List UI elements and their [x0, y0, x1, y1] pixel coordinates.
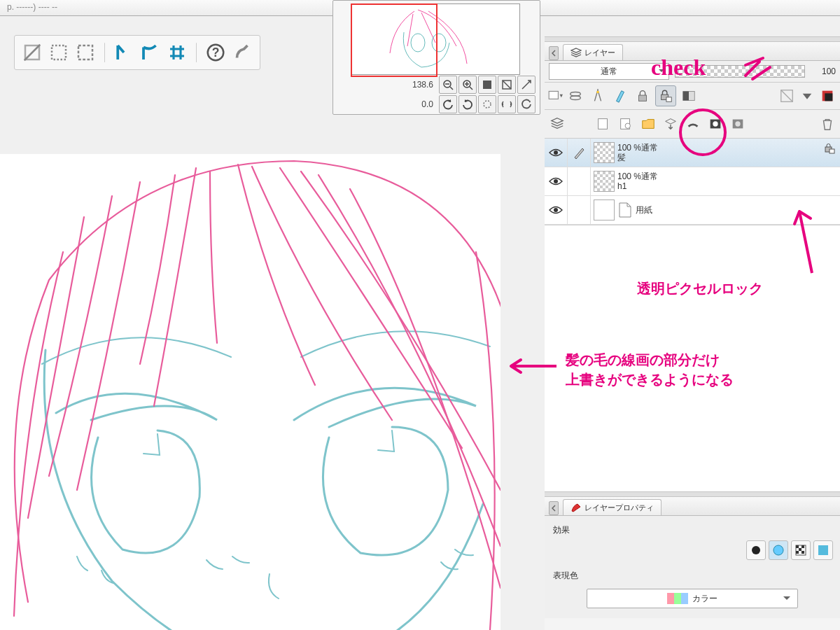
layer-row-h1[interactable]: 100 %通常 h1 [545, 167, 840, 196]
title-fragment: p. ------) ---- -- [7, 2, 57, 12]
blend-mode-select[interactable]: 通常 [549, 63, 669, 80]
new-raster-layer-button[interactable] [594, 114, 613, 134]
zoom-in-button[interactable] [458, 76, 477, 94]
snap-perspective-icon[interactable] [140, 42, 161, 63]
help-icon[interactable]: ? [205, 42, 226, 63]
active-layer-pen-icon[interactable] [568, 139, 591, 167]
svg-rect-40 [830, 149, 834, 153]
panel-grip[interactable] [545, 491, 840, 497]
visibility-toggle[interactable] [545, 139, 568, 167]
expression-color-select[interactable]: カラー [587, 589, 798, 608]
svg-point-43 [752, 546, 760, 554]
rotate-right-button[interactable] [458, 95, 477, 113]
zoom-value: 138.6 [391, 80, 438, 90]
svg-rect-22 [639, 95, 647, 101]
delete-layer-button[interactable] [818, 114, 837, 134]
layer-tool-row-1 [545, 83, 840, 110]
pen-slot[interactable] [568, 167, 591, 195]
lock-transparent-pixels-button[interactable] [655, 85, 676, 106]
layer-row-hair[interactable]: 100 %通常 髪 [545, 139, 840, 167]
navigator-thumbnail[interactable] [351, 4, 520, 75]
rotate-left-button[interactable] [439, 95, 457, 113]
canvas[interactable] [0, 154, 500, 630]
flip-horizontal-button[interactable] [498, 95, 516, 113]
svg-line-28 [781, 90, 793, 102]
fit-screen-button[interactable] [478, 76, 496, 94]
layer-row-paper[interactable]: 用紙 [545, 196, 840, 225]
grid-dashed-icon[interactable] [75, 42, 96, 63]
property-body: 効果 表現色 カラー [545, 516, 840, 618]
pen-slot[interactable] [568, 196, 591, 224]
rendering-label: 表現色 [553, 570, 833, 582]
rotation-value: 0.0 [391, 99, 438, 109]
right-panel: レイヤー 通常 100 [545, 36, 840, 630]
tab-layer-property[interactable]: レイヤープロパティ [563, 499, 662, 515]
svg-point-38 [554, 150, 558, 155]
layer-list-empty-area[interactable] [545, 225, 840, 491]
ruler-visible-icon[interactable] [777, 86, 797, 106]
tone-effect-button[interactable] [769, 540, 788, 560]
panel-tab-row: レイヤー [545, 42, 840, 61]
actual-size-button[interactable] [517, 76, 536, 94]
assist-icon[interactable] [232, 42, 253, 63]
separator [196, 43, 197, 62]
transfer-down-button[interactable] [661, 114, 680, 134]
svg-point-37 [735, 121, 740, 126]
layer-text: 用紙 [633, 205, 840, 215]
ruler-dropdown-icon[interactable] [799, 88, 815, 104]
palette-dropdown-icon[interactable] [547, 88, 563, 104]
pattern-effect-button[interactable] [791, 540, 811, 560]
panel-grip[interactable] [545, 36, 840, 42]
grid-dots-icon[interactable] [48, 42, 69, 63]
layer-thumbnail[interactable] [594, 171, 615, 192]
layer-text: 100 %通常 h1 [617, 172, 840, 192]
layer-thumbnail[interactable] [594, 142, 615, 163]
opacity-slider[interactable] [675, 65, 805, 78]
border-effect-button[interactable] [746, 540, 766, 560]
flip-reset-button[interactable] [517, 95, 536, 113]
svg-point-41 [554, 179, 558, 183]
svg-rect-26 [683, 92, 689, 101]
merge-down-button[interactable] [683, 114, 703, 134]
layers-stack-icon[interactable] [547, 114, 567, 134]
lock-layer-icon[interactable] [633, 86, 652, 106]
svg-point-42 [554, 208, 558, 212]
svg-rect-3 [78, 46, 92, 59]
visibility-toggle[interactable] [545, 196, 568, 224]
zoom-out-button[interactable] [439, 76, 457, 94]
new-folder-button[interactable] [638, 114, 658, 134]
create-mask-button[interactable] [706, 114, 725, 134]
svg-rect-15 [483, 80, 491, 89]
fit-width-button[interactable] [498, 76, 516, 94]
opacity-value: 100 [811, 66, 836, 76]
new-vector-layer-button[interactable] [616, 114, 636, 134]
snap-grid-icon[interactable] [167, 42, 188, 63]
blend-mode-row: 通常 100 [545, 61, 840, 83]
svg-line-14 [470, 87, 472, 90]
tab-layer[interactable]: レイヤー [563, 44, 623, 60]
svg-point-20 [570, 96, 581, 100]
reference-layer-icon[interactable] [588, 86, 608, 106]
layer-text: 100 %通常 髪 [617, 143, 840, 163]
grid-off-icon[interactable] [22, 42, 43, 63]
svg-line-1 [24, 45, 41, 61]
rotate-reset-button[interactable] [478, 95, 496, 113]
clip-mask-icon[interactable] [566, 86, 585, 106]
navigator-viewport-frame[interactable] [351, 4, 438, 77]
enable-mask-icon[interactable] [679, 86, 699, 106]
svg-point-17 [484, 101, 491, 108]
layer-color-effect-button[interactable] [813, 540, 833, 560]
collapse-handle-icon[interactable] [549, 501, 559, 515]
layer-thumbnail[interactable] [594, 200, 615, 220]
visibility-toggle[interactable] [545, 167, 568, 195]
tab-layer-label: レイヤー [584, 48, 615, 58]
property-tab-row: レイヤープロパティ [545, 497, 840, 516]
snap-parallel-icon[interactable] [113, 42, 134, 63]
svg-rect-51 [818, 545, 828, 555]
svg-rect-49 [796, 551, 799, 554]
apply-mask-button[interactable] [728, 114, 748, 134]
layer-color-icon[interactable] [818, 86, 837, 106]
collapse-handle-icon[interactable] [549, 46, 559, 60]
lock-indicator-icon [823, 141, 836, 156]
draft-layer-icon[interactable] [610, 86, 630, 106]
